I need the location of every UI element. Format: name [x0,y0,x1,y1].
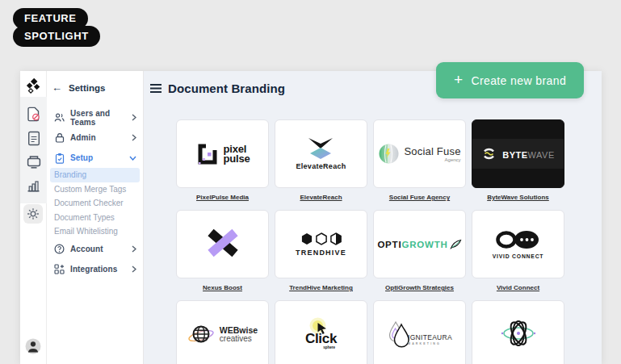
brand-cell: Social FuseAgency Social Fuse Agency [373,119,466,210]
click-logo: Click sphere [305,320,337,349]
chevron-right-icon [132,134,136,141]
clipboard-icon [54,153,65,164]
nav-subitem-email-whitelisting[interactable]: Email Whitelisting [47,224,143,239]
create-new-brand-label: Create new brand [471,74,566,87]
nav-subitem-document-checker[interactable]: Document Checker [47,196,143,211]
brand-card-trendhive[interactable]: TRENDHIVE [275,210,367,278]
nexus-logo [205,228,241,261]
brand-cell: Click sphere [275,300,367,364]
brand-cell: WEBwisecreatives [176,300,269,364]
brand-grid: pixelpulse PixelPulse Media ElevateReach… [176,119,564,364]
brand-card-atom[interactable] [472,300,564,364]
chevron-right-icon [132,245,136,253]
settings-sidebar: ← Settings Users and Teams Admin SetupBr… [47,71,144,364]
user-avatar-icon[interactable] [25,338,41,358]
optigrowth-logo: OPTIGROWTH [377,239,461,249]
bar-chart-icon[interactable] [24,176,44,195]
brand-cell: pixelpulse PixelPulse Media [176,119,269,210]
settings-title: Settings [69,83,105,93]
nav-item-label: Account [70,245,126,253]
brand-cell: OPTIGROWTH OptiGrowth Strategies [373,210,466,300]
chevron-right-icon [132,266,136,273]
brand-card-bytewave[interactable]: BYTEWAVE [472,119,564,188]
nav-subitem-document-types[interactable]: Document Types [47,211,143,225]
back-arrow-icon[interactable]: ← [52,82,62,94]
brand-cell: Nexus Boost [176,210,269,300]
spotlight-line2: SPOTLIGHT [13,26,100,47]
brand-name-link[interactable]: ByteWave Solutions [487,194,549,201]
brand-name-link[interactable]: OptiGrowth Strategies [385,284,454,291]
nav-subitem-custom-merge-tags[interactable]: Custom Merge Tags [47,182,143,197]
document-file-icon[interactable] [24,128,44,148]
bytewave-logo: BYTEWAVE [472,139,564,169]
create-new-brand-button[interactable]: + Create new brand [436,62,584,98]
brand-name-link[interactable]: TrendHive Marketing [289,284,353,291]
brand-cell: VIVID CONNECT Vivid Connect [472,210,564,300]
vivid-logo: VIVID CONNECT [493,229,544,259]
feature-spotlight-badge: FEATURE SPOTLIGHT [13,8,100,47]
plus-icon: + [454,71,464,89]
app-window: ← Settings Users and Teams Admin SetupBr… [20,71,602,364]
nav-item-setup[interactable]: Setup [47,148,143,168]
nav-item-label: Users and Teams [70,109,126,127]
integrations-icon [54,264,65,274]
main-content: Document Branding pixelpulse PixelPulse … [144,71,602,364]
nav-item-account[interactable]: Account [47,239,143,259]
pixelpulse-logo: pixelpulse [195,142,250,166]
brand-card-elevatereach[interactable]: ElevateReach [275,119,367,188]
gear-icon[interactable] [23,204,43,224]
page-title: Document Branding [168,82,285,95]
settings-header: ← Settings [47,82,143,94]
document-error-icon[interactable] [24,105,44,124]
brand-card-optigrowth[interactable]: OPTIGROWTH [373,210,466,278]
help-circle-icon [54,244,65,254]
brand-card-igniteaura[interactable]: IGNITEAURAMARKETING [373,300,466,364]
brand-card-vivid[interactable]: VIVID CONNECT [472,210,564,278]
printer-icon[interactable] [24,153,44,172]
chevron-right-icon [132,114,136,121]
brand-card-click[interactable]: Click sphere [275,300,367,364]
rail-icon-strip [20,97,47,203]
brand-card-pixelpulse[interactable]: pixelpulse [176,119,269,188]
settings-nav-items: Users and Teams Admin SetupBrandingCusto… [47,107,143,279]
brand-cell: TRENDHIVE TrendHive Marketing [275,210,367,300]
lock-icon [54,132,65,143]
nav-subitem-branding[interactable]: Branding [50,168,140,182]
trendhive-logo: TRENDHIVE [296,232,346,257]
nav-item-integrations[interactable]: Integrations [47,259,143,279]
igniteaura-logo: IGNITEAURAMARKETING [387,320,452,349]
brand-cell [472,300,564,364]
app-logo-icon[interactable] [25,78,41,98]
brand-name-link[interactable]: Vivid Connect [497,284,539,291]
icon-rail [20,71,47,364]
socialfuse-logo: Social FuseAgency [378,143,460,165]
brand-name-link[interactable]: Social Fuse Agency [389,194,450,201]
brand-cell: IGNITEAURAMARKETING [373,300,466,364]
chevron-down-icon [129,156,136,161]
hamburger-icon[interactable] [149,83,162,94]
nav-item-label: Admin [70,133,126,142]
brand-card-webwise[interactable]: WEBwisecreatives [176,300,269,364]
brand-card-socialfuse[interactable]: Social FuseAgency [373,119,466,188]
nav-item-admin[interactable]: Admin [47,128,143,148]
nav-item-label: Setup [70,153,124,162]
brand-name-link[interactable]: Nexus Boost [203,284,242,291]
brand-cell: BYTEWAVE ByteWave Solutions [472,119,564,210]
brand-cell: ElevateReach ElevateReach [275,119,367,210]
atom-logo [500,315,537,355]
brand-name-link[interactable]: ElevateReach [300,194,342,201]
brand-card-nexus[interactable] [176,210,269,278]
brand-name-link[interactable]: PixelPulse Media [196,194,249,201]
nav-item-label: Integrations [70,265,126,274]
webwise-logo: WEBwisecreatives [187,324,258,346]
nav-item-users-and-teams[interactable]: Users and Teams [47,107,143,128]
page: FEATURE SPOTLIGHT + Create new brand [0,0,621,364]
users-icon [54,112,65,123]
elevatereach-logo: ElevateReach [296,137,346,170]
